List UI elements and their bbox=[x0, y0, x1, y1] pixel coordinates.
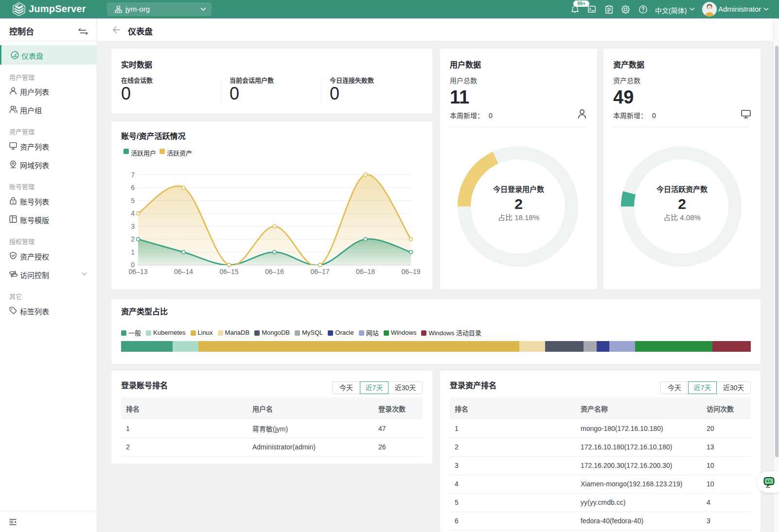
svg-text:5: 5 bbox=[131, 197, 135, 205]
svg-text:06–13: 06–13 bbox=[129, 268, 148, 275]
svg-text:2: 2 bbox=[131, 235, 135, 243]
svg-text:06–14: 06–14 bbox=[174, 268, 193, 275]
svg-text:3: 3 bbox=[131, 223, 135, 230]
svg-text:06–18: 06–18 bbox=[356, 268, 375, 275]
svg-text:1: 1 bbox=[131, 248, 135, 256]
svg-text:06–15: 06–15 bbox=[220, 268, 239, 275]
svg-text:6: 6 bbox=[131, 184, 135, 191]
svg-text:7: 7 bbox=[131, 171, 135, 179]
svg-text:06–16: 06–16 bbox=[265, 268, 284, 275]
svg-text:06–19: 06–19 bbox=[402, 268, 421, 275]
svg-text:4: 4 bbox=[131, 209, 135, 217]
svg-text:06–17: 06–17 bbox=[311, 268, 330, 275]
